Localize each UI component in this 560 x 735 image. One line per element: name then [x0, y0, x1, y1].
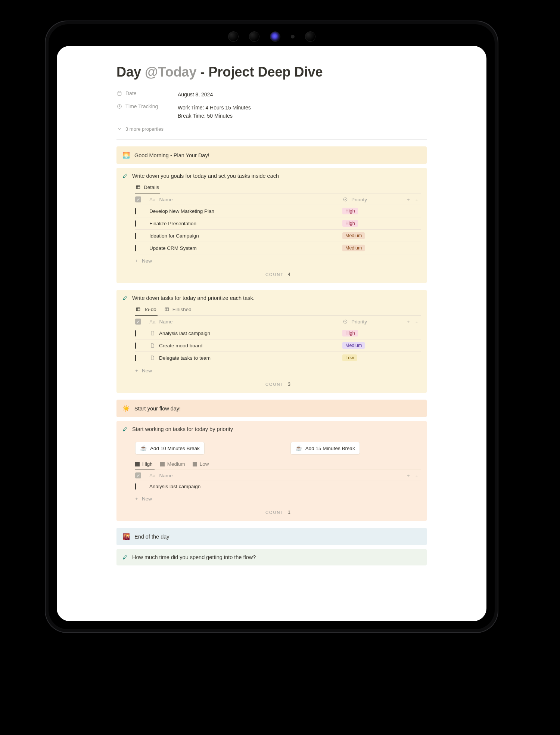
row-name[interactable]: Update CRM System: [149, 245, 342, 251]
table-row[interactable]: Update CRM SystemMedium: [135, 242, 421, 254]
pencil-icon: 🖊: [122, 295, 128, 301]
property-date[interactable]: Date August 8, 2024: [116, 88, 427, 101]
more-properties-toggle[interactable]: 3 more properties: [116, 122, 427, 138]
name-column-label: Name: [159, 197, 173, 202]
row-name[interactable]: Delegate tasks to team: [149, 355, 342, 361]
priority-tag[interactable]: Medium: [342, 232, 365, 239]
priority-tag[interactable]: High: [342, 330, 358, 337]
page-icon: [149, 330, 155, 336]
priority-column-label: Priority: [351, 197, 367, 202]
card-tasks: 🖊 Write down tasks for today and priorit…: [116, 290, 427, 393]
svg-point-6: [343, 320, 347, 323]
square-icon: [135, 462, 140, 466]
priority-tag[interactable]: Medium: [342, 342, 365, 349]
banner-good-morning-text: Good Morning - Plan Your Day!: [134, 152, 209, 158]
priority-tag[interactable]: High: [342, 208, 358, 214]
camera-icon: [270, 31, 280, 42]
view-details[interactable]: Details: [135, 184, 159, 191]
filter-low-label: Low: [200, 461, 209, 467]
table-row[interactable]: Ideation for CampaignMedium: [135, 229, 421, 242]
name-column-prefix: Aa: [149, 473, 156, 478]
table-row[interactable]: Create mood boardMedium: [135, 339, 421, 351]
table-row[interactable]: Analysis last campaign: [135, 481, 421, 492]
goals-table: ✓ Aa Name Priority: [135, 193, 421, 267]
property-date-value[interactable]: August 8, 2024: [178, 90, 213, 99]
filter-high[interactable]: High: [135, 461, 153, 467]
row-name[interactable]: Analysis last campaign: [149, 330, 342, 336]
property-date-label: Date: [125, 90, 137, 96]
add-column-button[interactable]: +: [407, 319, 410, 325]
goals-new-row[interactable]: + New: [135, 254, 421, 267]
plus-icon: +: [135, 496, 138, 502]
table-row[interactable]: Delegate tasks to teamLow: [135, 351, 421, 364]
name-column-label: Name: [159, 473, 173, 478]
banner-end-of-day: 🌇 End of the day: [116, 528, 427, 545]
flow-new-row[interactable]: + New: [135, 492, 421, 505]
checkbox-column-icon: ✓: [135, 196, 141, 202]
checkbox[interactable]: [135, 330, 136, 337]
filter-medium[interactable]: Medium: [160, 461, 185, 467]
pencil-icon: 🖊: [122, 554, 128, 560]
priority-tag[interactable]: Low: [342, 354, 357, 361]
svg-rect-2: [136, 186, 140, 189]
calendar-icon: [116, 90, 122, 96]
checkbox[interactable]: [135, 245, 136, 251]
view-todo[interactable]: To-do: [135, 306, 156, 313]
sensor-dot: [291, 35, 295, 38]
checkbox[interactable]: [135, 342, 136, 349]
row-name[interactable]: Ideation for Campaign: [149, 233, 342, 239]
row-name[interactable]: Develop New Marketing Plan: [149, 208, 342, 214]
sensor-bar: [228, 31, 315, 42]
sun-icon: ☀️: [122, 405, 130, 412]
priority-tag[interactable]: High: [342, 220, 358, 227]
tasks-viewtabs: To-do Finished: [135, 306, 421, 316]
plus-icon: +: [135, 258, 138, 264]
checkbox[interactable]: [135, 355, 136, 361]
btn15-label: Add 15 Minutes Break: [305, 446, 355, 451]
table-row[interactable]: Finalize PresentationHigh: [135, 217, 421, 229]
checkbox[interactable]: [135, 233, 136, 239]
row-name[interactable]: Finalize Presentation: [149, 221, 342, 226]
table-icon: [135, 184, 141, 190]
name-column-prefix: Aa: [149, 319, 156, 325]
add-15-min-break-button[interactable]: ☕ Add 15 Minutes Break: [290, 442, 360, 455]
clock-icon: [116, 103, 122, 109]
column-menu-button[interactable]: ···: [414, 197, 419, 202]
priority-tag[interactable]: Medium: [342, 245, 365, 251]
filter-low[interactable]: Low: [193, 461, 209, 467]
checkbox[interactable]: [135, 220, 136, 227]
page-properties: Date August 8, 2024 Time Tracking: [116, 88, 427, 138]
title-mention[interactable]: @Today: [145, 64, 196, 80]
pencil-icon: 🖊: [122, 426, 128, 432]
svg-rect-4: [136, 308, 140, 311]
banner-start-flow: ☀️ Start your flow day!: [116, 400, 427, 417]
new-label: New: [142, 368, 152, 373]
name-column-label: Name: [159, 319, 173, 325]
table-icon: [164, 306, 170, 312]
name-column-prefix: Aa: [149, 197, 156, 202]
row-name[interactable]: Analysis last campaign: [149, 484, 398, 489]
tablet-frame: Day @Today - Project Deep Dive Date Augu: [45, 21, 498, 633]
sensor-2: [249, 31, 259, 42]
column-menu-button[interactable]: ···: [414, 473, 419, 478]
column-menu-button[interactable]: ···: [414, 319, 419, 325]
card-goals: 🖊 Write down you goals for today and set…: [116, 168, 427, 283]
property-time-tracking[interactable]: Time Tracking Work Time: 4 Hours 15 Minu…: [116, 101, 427, 122]
table-row[interactable]: Analysis last campaignHigh: [135, 327, 421, 339]
checkbox[interactable]: [135, 208, 136, 214]
page-title[interactable]: Day @Today - Project Deep Dive: [116, 64, 427, 80]
checkbox-column-icon: ✓: [135, 319, 141, 325]
add-10-min-break-button[interactable]: ☕ Add 10 Minutes Break: [135, 442, 205, 455]
flow-prompt: Start working on tasks for today by prio…: [132, 426, 233, 432]
view-finished[interactable]: Finished: [164, 306, 192, 313]
row-name[interactable]: Create mood board: [149, 342, 342, 348]
table-row[interactable]: Develop New Marketing PlanHigh: [135, 205, 421, 217]
checkbox[interactable]: [135, 483, 136, 490]
filter-medium-label: Medium: [167, 461, 185, 467]
reflection-q1: How much time did you spend getting into…: [132, 554, 256, 560]
new-label: New: [142, 496, 152, 502]
tasks-new-row[interactable]: + New: [135, 364, 421, 377]
add-column-button[interactable]: +: [407, 473, 410, 478]
new-label: New: [142, 258, 152, 264]
add-column-button[interactable]: +: [407, 197, 410, 202]
